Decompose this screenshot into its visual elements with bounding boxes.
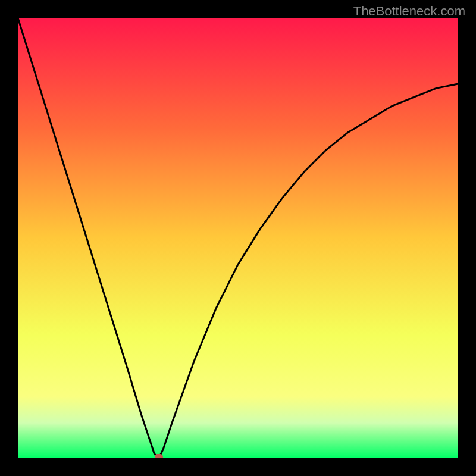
bottleneck-curve bbox=[18, 18, 458, 458]
minimum-marker bbox=[155, 454, 163, 458]
watermark-text: TheBottleneck.com bbox=[353, 4, 465, 19]
plot-area bbox=[18, 18, 458, 458]
